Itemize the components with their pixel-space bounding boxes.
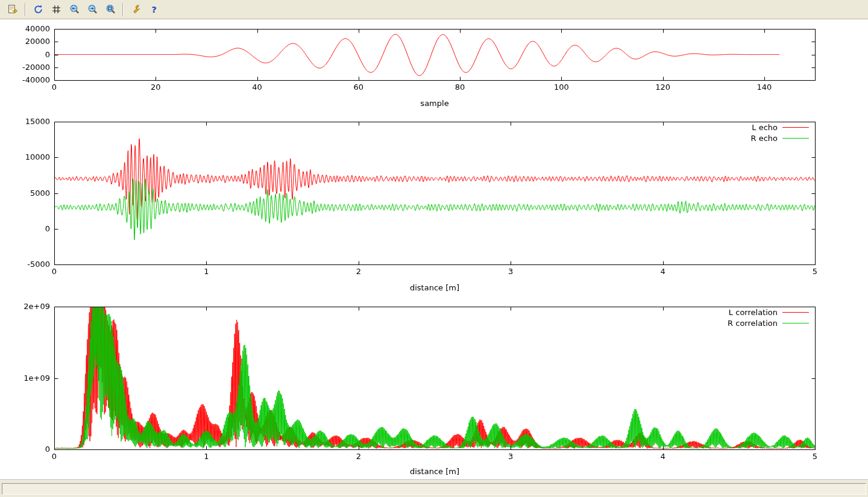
autoscale-icon — [105, 4, 116, 14]
toolbar: ? — [0, 0, 868, 19]
toolbar-separator — [25, 3, 26, 16]
zoom-next-icon — [87, 4, 98, 14]
correlation-chart-canvas[interactable] — [0, 299, 868, 480]
echo-chart-canvas[interactable] — [0, 114, 868, 299]
zoom-previous-icon — [69, 4, 80, 14]
status-message — [2, 483, 866, 495]
svg-text:?: ? — [151, 4, 157, 14]
correlation-chart — [0, 299, 868, 480]
zoom-next-button[interactable] — [84, 2, 100, 17]
echo-chart — [0, 114, 868, 299]
replot-button[interactable] — [30, 2, 46, 17]
grid-icon — [51, 4, 61, 14]
copy-to-clipboard-button[interactable] — [5, 2, 20, 17]
refresh-icon — [33, 4, 43, 14]
signal-chart-canvas[interactable] — [0, 19, 868, 114]
toolbar-separator — [122, 3, 124, 16]
help-icon: ? — [149, 4, 159, 14]
signal-chart — [0, 19, 868, 114]
wrench-icon — [131, 4, 141, 14]
help-button[interactable]: ? — [146, 2, 162, 17]
gnuplot-window: ? — [0, 0, 868, 497]
zoom-previous-button[interactable] — [66, 2, 82, 17]
plot-area — [0, 19, 868, 480]
configure-button[interactable] — [128, 2, 143, 17]
toggle-grid-button[interactable] — [48, 2, 64, 17]
autoscale-button[interactable] — [102, 2, 118, 17]
status-bar — [0, 480, 868, 497]
copy-icon — [8, 4, 18, 14]
